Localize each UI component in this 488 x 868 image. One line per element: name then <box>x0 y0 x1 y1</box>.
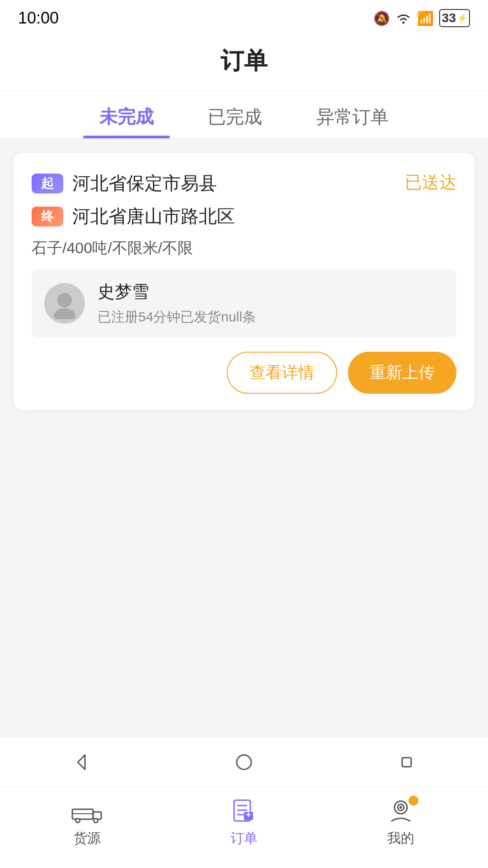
page-title: 订单 <box>221 47 267 74</box>
svg-point-22 <box>399 806 402 809</box>
back-button[interactable] <box>68 749 95 776</box>
svg-point-2 <box>54 308 75 319</box>
driver-avatar <box>44 283 85 324</box>
order-status: 已送达 <box>405 171 456 194</box>
cargo-icon <box>71 798 103 826</box>
driver-name: 史梦雪 <box>98 280 256 303</box>
end-tag: 终 <box>32 207 63 226</box>
home-button[interactable] <box>230 749 258 776</box>
mute-icon: 🔕 <box>373 10 390 26</box>
order-locations: 起 河北省保定市易县 终 河北省唐山市路北区 <box>32 171 235 229</box>
driver-card: 史梦雪 已注册54分钟已发货null条 <box>32 269 456 337</box>
end-location-row: 终 河北省唐山市路北区 <box>32 204 235 229</box>
svg-point-4 <box>237 755 251 769</box>
recents-button[interactable] <box>393 749 420 776</box>
view-details-button[interactable]: 查看详情 <box>227 352 337 394</box>
nav-orders[interactable]: 订单 <box>228 798 260 848</box>
tab-abnormal[interactable]: 异常订单 <box>289 100 416 138</box>
order-info: 石子/400吨/不限米/不限 <box>32 238 456 259</box>
start-tag: 起 <box>32 174 63 193</box>
system-nav <box>0 737 488 787</box>
bottom-nav: 货源 订单 我的 <box>0 787 488 868</box>
svg-marker-3 <box>78 755 85 769</box>
battery-indicator: 33 ⚡ <box>439 9 470 27</box>
orders-icon <box>228 798 260 826</box>
content-area: 起 河北省保定市易县 终 河北省唐山市路北区 已送达 石子/400吨/不限米/不… <box>0 139 488 790</box>
start-location-text: 河北省保定市易县 <box>72 171 217 196</box>
page-header: 订单 <box>0 36 488 91</box>
order-header: 起 河北省保定市易县 终 河北省唐山市路北区 已送达 <box>32 171 456 229</box>
order-card: 起 河北省保定市易县 终 河北省唐山市路北区 已送达 石子/400吨/不限米/不… <box>14 153 474 410</box>
cargo-label: 货源 <box>74 829 101 848</box>
status-time: 10:00 <box>18 9 59 28</box>
svg-point-11 <box>76 819 79 822</box>
action-buttons: 查看详情 重新上传 <box>32 352 456 394</box>
mine-label: 我的 <box>387 829 414 848</box>
tab-bar: 未完成 已完成 异常订单 <box>0 91 488 139</box>
reupload-button[interactable]: 重新上传 <box>348 352 456 394</box>
svg-point-12 <box>94 819 97 822</box>
tab-completed[interactable]: 已完成 <box>181 100 289 138</box>
nav-mine[interactable]: 我的 <box>385 798 417 848</box>
nav-cargo[interactable]: 货源 <box>71 798 103 848</box>
svg-point-1 <box>57 293 72 307</box>
tab-incomplete[interactable]: 未完成 <box>72 100 181 138</box>
svg-point-0 <box>402 22 404 24</box>
driver-info: 史梦雪 已注册54分钟已发货null条 <box>98 280 256 326</box>
svg-rect-5 <box>402 758 411 767</box>
mine-badge <box>408 796 418 806</box>
wifi-icon <box>395 12 412 24</box>
status-icons: 🔕 📶 33 ⚡ <box>373 9 470 27</box>
status-bar: 10:00 🔕 📶 33 ⚡ <box>0 0 488 36</box>
svg-rect-7 <box>93 812 101 819</box>
mine-icon <box>385 798 417 826</box>
signal-icon: 📶 <box>417 10 434 26</box>
orders-label: 订单 <box>230 829 258 848</box>
start-location-row: 起 河北省保定市易县 <box>32 171 235 196</box>
driver-meta: 已注册54分钟已发货null条 <box>98 308 256 326</box>
end-location-text: 河北省唐山市路北区 <box>72 204 235 229</box>
